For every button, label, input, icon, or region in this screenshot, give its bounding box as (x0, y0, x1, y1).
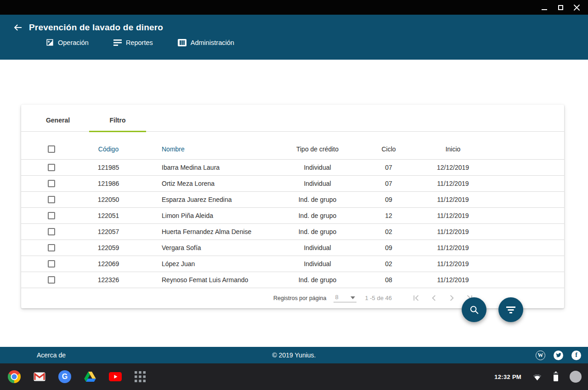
table-row[interactable]: 121986 Ortiz Meza Lorena Individual 07 1… (21, 175, 564, 191)
avatar[interactable] (570, 371, 582, 383)
close-icon (574, 5, 580, 11)
row-checkbox[interactable] (48, 164, 55, 171)
table-row[interactable]: 122050 Esparza Juarez Enedina Ind. de gr… (21, 191, 564, 207)
row-checkbox[interactable] (48, 260, 55, 267)
maximize-button[interactable] (557, 4, 564, 11)
nav-item-administracion[interactable]: Administración (178, 39, 234, 46)
copyright-text: © 2019 Yunius. (272, 351, 316, 359)
cell-tipo: Individual (278, 175, 356, 191)
cell-tipo: Ind. de grupo (278, 207, 356, 223)
cell-nombre: Ortiz Meza Lorena (145, 175, 278, 191)
apps-grid-icon[interactable] (135, 371, 146, 382)
table-row[interactable]: 122326 Reynoso Femat Luis Armando Ind. d… (21, 272, 564, 288)
cell-ciclo: 02 (356, 223, 421, 240)
nav-label: Administración (191, 39, 234, 46)
taskbar: G 12:32 PM (0, 363, 588, 390)
tab-general[interactable]: General (29, 117, 86, 131)
close-button[interactable] (573, 4, 580, 11)
page-title: Prevención de lavado de dinero (29, 22, 163, 33)
pager-nav (412, 294, 474, 302)
cell-nombre: Ibarra Medina Laura (145, 159, 278, 175)
next-page-button[interactable] (448, 294, 456, 302)
twitter-icon[interactable] (554, 351, 563, 360)
nav-item-operacion[interactable]: Operación (46, 39, 89, 46)
back-button[interactable] (13, 22, 23, 33)
about-link[interactable]: Acerca de (37, 351, 66, 359)
cell-codigo: 122050 (72, 191, 145, 207)
cell-ciclo: 09 (356, 191, 421, 207)
cell-inicio: 11/12/2019 (421, 175, 485, 191)
column-header-codigo[interactable]: Código (72, 139, 145, 159)
cell-ciclo: 02 (356, 256, 421, 272)
table-row[interactable]: 122069 López Juan Individual 02 11/12/20… (21, 256, 564, 272)
table-row[interactable]: 122059 Vergara Sofía Individual 09 11/12… (21, 240, 564, 256)
drive-icon[interactable] (84, 371, 96, 382)
records-card: General Filtro Código Nombre Tipo de cré… (21, 105, 564, 308)
row-checkbox[interactable] (48, 196, 55, 203)
youtube-icon[interactable] (109, 372, 122, 381)
nav-item-reportes[interactable]: Reportes (113, 39, 153, 46)
wordpress-icon[interactable]: W (536, 351, 545, 360)
page-size-select[interactable]: 8 (334, 294, 356, 302)
google-icon[interactable]: G (58, 370, 71, 383)
tab-filtro[interactable]: Filtro (89, 117, 146, 131)
chevron-left-icon (430, 294, 438, 302)
select-all-checkbox[interactable] (48, 145, 55, 153)
status-area[interactable]: 12:32 PM (494, 363, 582, 390)
row-checkbox[interactable] (48, 244, 55, 251)
columns-icon (178, 39, 187, 46)
records-table: Código Nombre Tipo de crédito Ciclo Inic… (21, 139, 564, 288)
cell-tipo: Ind. de grupo (278, 272, 356, 288)
app-header: Prevención de lavado de dinero Operación… (0, 15, 588, 60)
main-nav: Operación Reportes Administración (46, 39, 588, 46)
minimize-button[interactable] (541, 4, 548, 11)
column-header-ciclo: Ciclo (356, 139, 421, 159)
cell-nombre: Reynoso Femat Luis Armando (145, 272, 278, 288)
cell-inicio: 11/12/2019 (421, 272, 485, 288)
prev-page-button[interactable] (430, 294, 438, 302)
wifi-icon[interactable] (532, 373, 542, 381)
cell-nombre: Vergara Sofía (145, 240, 278, 256)
gmail-icon[interactable] (34, 372, 45, 381)
row-checkbox[interactable] (48, 276, 55, 284)
first-page-button[interactable] (412, 294, 420, 302)
cell-inicio: 11/12/2019 (421, 240, 485, 256)
cell-codigo: 122326 (72, 272, 145, 288)
cell-tipo: Individual (278, 159, 356, 175)
row-checkbox[interactable] (48, 228, 55, 235)
row-checkbox[interactable] (48, 212, 55, 219)
row-checkbox[interactable] (48, 180, 55, 187)
search-fab[interactable] (462, 297, 486, 322)
column-header-tipo: Tipo de crédito (278, 139, 356, 159)
twitter-bird-icon (556, 352, 561, 358)
facebook-icon[interactable]: f (571, 351, 581, 360)
cell-codigo: 121985 (72, 159, 145, 175)
cell-codigo: 121986 (72, 175, 145, 191)
cell-inicio: 11/12/2019 (421, 207, 485, 223)
cell-nombre: Esparza Juarez Enedina (145, 191, 278, 207)
search-icon (469, 305, 479, 315)
cell-nombre: López Juan (145, 256, 278, 272)
battery-icon[interactable] (553, 372, 559, 382)
table-row[interactable]: 121985 Ibarra Medina Laura Individual 07… (21, 159, 564, 175)
chrome-icon[interactable] (8, 370, 21, 383)
table-row[interactable]: 122051 Limon Piña Aleida Ind. de grupo 1… (21, 207, 564, 223)
chevron-right-icon (448, 294, 456, 302)
cell-ciclo: 12 (356, 207, 421, 223)
cell-inicio: 11/12/2019 (421, 223, 485, 240)
chevron-down-icon (351, 296, 355, 299)
clock[interactable]: 12:32 PM (494, 373, 521, 380)
cell-codigo: 122057 (72, 223, 145, 240)
lines-icon (113, 39, 122, 46)
filter-fab[interactable] (498, 297, 523, 322)
cell-ciclo: 07 (356, 159, 421, 175)
cell-ciclo: 08 (356, 272, 421, 288)
column-header-nombre[interactable]: Nombre (145, 139, 278, 159)
arrow-left-icon (13, 22, 23, 33)
cell-ciclo: 07 (356, 175, 421, 191)
cell-codigo: 122051 (72, 207, 145, 223)
social-links: W f (536, 351, 581, 360)
column-header-inicio: Inicio (421, 139, 485, 159)
filter-icon (506, 306, 515, 314)
table-row[interactable]: 122057 Huerta Fernandez Alma Denise Ind.… (21, 223, 564, 240)
